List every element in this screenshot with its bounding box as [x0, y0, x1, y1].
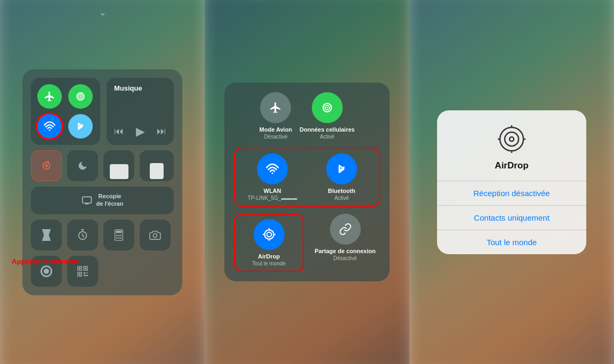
- prev-btn[interactable]: ⏮: [114, 126, 124, 137]
- brightness-slider[interactable]: [103, 150, 134, 181]
- svg-point-30: [272, 173, 273, 174]
- svg-point-11: [116, 234, 118, 236]
- svg-point-3: [49, 129, 51, 131]
- svg-point-17: [153, 233, 157, 237]
- svg-point-32: [266, 232, 271, 237]
- bluetooth-label: Bluetooth: [328, 188, 355, 194]
- svg-point-38: [505, 132, 519, 146]
- svg-point-13: [120, 234, 122, 236]
- svg-point-31: [264, 230, 273, 239]
- airdrop-menu-icon: [496, 123, 528, 155]
- screen-mirror-label: Recopie de l'écran: [96, 193, 124, 207]
- screen-mirror-btn[interactable]: Recopie de l'écran: [31, 187, 174, 214]
- airdrop-item-wrapper: AirDrop Tout le monde: [234, 214, 304, 272]
- airplane-mode-btn[interactable]: [37, 84, 62, 109]
- airdrop-sublabel: Tout le monde: [252, 261, 286, 266]
- connectivity-grid: [31, 78, 100, 145]
- wlan-label: WLAN: [264, 188, 281, 194]
- airdrop-item[interactable]: AirDrop Tout le monde: [236, 216, 302, 270]
- hotspot-label: Partage de connexion: [314, 248, 375, 254]
- row3: Recopie de l'écran: [31, 187, 174, 214]
- airdrop-everyone-option[interactable]: Tout le monde: [437, 230, 586, 254]
- music-title: Musique: [114, 84, 166, 92]
- camera-btn[interactable]: [140, 220, 171, 250]
- hotspot-item[interactable]: Partage de connexion Désactivé: [310, 214, 380, 272]
- cellular-label: Données cellulaires: [300, 126, 354, 133]
- bluetooth-btn[interactable]: [68, 114, 93, 139]
- row4: [31, 220, 174, 250]
- panel-control-center-base: ⌄: [0, 0, 205, 364]
- panel-airdrop-menu: AirDrop Réception désactivée Contacts un…: [409, 0, 614, 364]
- airdrop-menu-card: AirDrop Réception désactivée Contacts un…: [437, 110, 586, 254]
- airdrop-off-option[interactable]: Réception désactivée: [437, 181, 586, 205]
- row2: [31, 150, 174, 181]
- svg-point-39: [510, 137, 514, 141]
- svg-rect-23: [79, 273, 80, 275]
- expanded-connectivity-card: Mode Avion Désactivé Données cellulaires…: [224, 83, 390, 281]
- airdrop-label: AirDrop: [258, 253, 280, 260]
- svg-point-29: [326, 107, 328, 109]
- cellular-data-item[interactable]: Données cellulaires Activé: [300, 92, 354, 140]
- svg-marker-7: [42, 229, 51, 241]
- lock-rotation-btn[interactable]: [31, 150, 62, 181]
- svg-rect-19: [79, 268, 80, 269]
- svg-point-2: [80, 95, 82, 97]
- wifi-bluetooth-group: WLAN TP-LINK_5G_▬▬▬ Bluetooth Activé: [234, 147, 380, 207]
- next-btn[interactable]: ⏭: [157, 126, 166, 137]
- cellular-sublabel: Activé: [320, 134, 334, 140]
- bottom-connectivity-row: AirDrop Tout le monde Partage de connexi…: [234, 214, 380, 272]
- panel-control-center-expanded: Mode Avion Désactivé Données cellulaires…: [205, 0, 409, 364]
- svg-rect-24: [84, 272, 85, 274]
- airplane-sublabel: Désactivé: [264, 134, 287, 140]
- airplane-mode-item[interactable]: Mode Avion Désactivé: [260, 92, 293, 140]
- svg-rect-6: [82, 197, 91, 203]
- calculator-btn[interactable]: [103, 220, 134, 250]
- svg-rect-5: [45, 164, 48, 167]
- bluetooth-sublabel: Activé: [334, 195, 349, 201]
- svg-rect-26: [84, 275, 88, 276]
- wlan-item[interactable]: WLAN TP-LINK_5G_▬▬▬: [240, 153, 304, 201]
- wifi-btn[interactable]: [37, 114, 62, 139]
- svg-rect-21: [85, 268, 86, 269]
- svg-point-15: [118, 237, 120, 239]
- hotspot-sublabel: Désactivé: [334, 255, 357, 261]
- night-mode-btn[interactable]: [67, 150, 98, 181]
- top-row: Musique ⏮ ▶ ⏭: [31, 78, 174, 145]
- airdrop-menu-title: AirDrop: [495, 160, 528, 171]
- svg-point-16: [120, 237, 122, 239]
- appuyez-label: Appuyez fermement: [12, 257, 78, 265]
- music-controls: ⏮ ▶ ⏭: [114, 125, 166, 139]
- cellular-btn[interactable]: [68, 84, 93, 109]
- svg-rect-10: [116, 230, 122, 233]
- top-connectivity-row: Mode Avion Désactivé Données cellulaires…: [234, 92, 380, 140]
- svg-point-14: [116, 237, 118, 239]
- airdrop-contacts-option[interactable]: Contacts uniquement: [437, 206, 586, 230]
- svg-point-12: [118, 234, 120, 236]
- play-btn[interactable]: ▶: [136, 125, 145, 139]
- timer-btn[interactable]: [67, 220, 98, 250]
- volume-slider[interactable]: [140, 150, 174, 181]
- svg-point-37: [500, 127, 523, 151]
- music-widget: Musique ⏮ ▶ ⏭: [107, 78, 174, 145]
- bluetooth-item[interactable]: Bluetooth Activé: [310, 153, 374, 201]
- flashlight-btn[interactable]: [31, 220, 62, 250]
- svg-rect-25: [86, 272, 87, 273]
- airplane-label: Mode Avion: [260, 126, 293, 133]
- wlan-sublabel: TP-LINK_5G_▬▬▬: [248, 195, 297, 201]
